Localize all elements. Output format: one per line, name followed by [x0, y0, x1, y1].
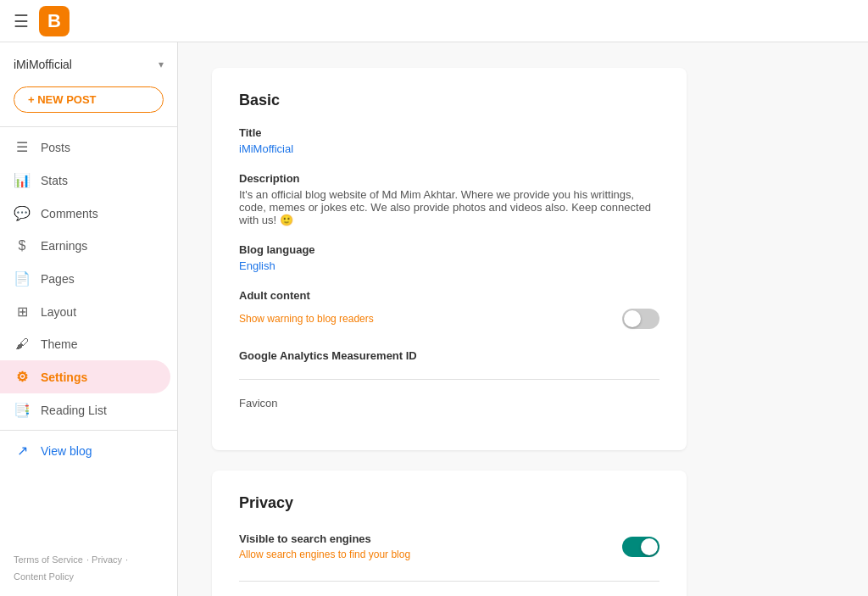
visible-row: Visible to search engines Allow search e… [239, 529, 659, 564]
main-layout: iMiMofficial ▾ + NEW POST ☰ Posts 📊 Stat… [0, 42, 868, 596]
visible-toggle-knob [641, 538, 658, 555]
sidebar-item-theme[interactable]: 🖌 Theme [0, 328, 170, 360]
reading-list-icon: 📑 [14, 402, 31, 418]
comments-icon: 💬 [14, 205, 31, 221]
privacy-section-title: Privacy [239, 494, 659, 512]
nav-divider [0, 126, 177, 127]
basic-section-card: Basic Title iMiMofficial Description It'… [212, 68, 687, 450]
analytics-field: Google Analytics Measurement ID [239, 349, 659, 362]
content-policy-link[interactable]: Content Policy [14, 571, 74, 582]
sidebar-item-pages[interactable]: 📄 Pages [0, 262, 170, 295]
stats-icon: 📊 [14, 172, 31, 188]
title-value[interactable]: iMiMofficial [239, 142, 659, 155]
sidebar-label-earnings: Earnings [41, 239, 87, 253]
adult-content-label: Adult content [239, 289, 659, 302]
sidebar-label-pages: Pages [41, 272, 75, 286]
visible-labels: Visible to search engines Allow search e… [239, 532, 410, 560]
sidebar-item-posts[interactable]: ☰ Posts [0, 131, 170, 164]
visible-label: Visible to search engines [239, 532, 410, 545]
blogger-logo: B [39, 6, 70, 36]
theme-icon: 🖌 [14, 337, 31, 352]
sidebar-footer: Terms of Service· Privacy· Content Polic… [0, 542, 177, 596]
posts-icon: ☰ [14, 139, 31, 155]
sidebar-item-comments[interactable]: 💬 Comments [0, 197, 170, 230]
visible-field: Visible to search engines Allow search e… [239, 529, 659, 564]
blog-language-label: Blog language [239, 243, 659, 256]
blog-language-value[interactable]: English [239, 259, 659, 272]
content-area: Basic Title iMiMofficial Description It'… [178, 42, 868, 596]
favicon-label[interactable]: Favicon [239, 397, 659, 409]
chevron-down-icon: ▾ [159, 58, 164, 70]
adult-content-field: Adult content Show warning to blog reade… [239, 289, 659, 332]
favicon-field: Favicon [239, 397, 659, 409]
adult-content-row: Show warning to blog readers [239, 305, 659, 332]
sidebar-label-comments: Comments [41, 207, 98, 220]
sidebar-label-theme: Theme [41, 337, 78, 351]
nav-divider-2 [0, 430, 177, 431]
sidebar-label-stats: Stats [41, 174, 68, 187]
blog-name: iMiMofficial [14, 58, 72, 71]
layout-icon: ⊞ [14, 304, 31, 320]
adult-content-toggle-knob [624, 310, 641, 327]
description-field: Description It's an official blog websit… [239, 172, 659, 226]
blog-language-field: Blog language English [239, 243, 659, 272]
settings-icon: ⚙ [14, 369, 31, 385]
analytics-label: Google Analytics Measurement ID [239, 349, 659, 362]
earnings-icon: $ [14, 238, 31, 253]
description-value[interactable]: It's an official blog website of Md Mim … [239, 188, 659, 226]
visible-toggle[interactable] [622, 537, 659, 557]
visible-sublabel: Allow search engines to find your blog [239, 549, 410, 560]
blog-selector[interactable]: iMiMofficial ▾ [0, 49, 177, 80]
sidebar-label-reading-list: Reading List [41, 404, 107, 417]
pages-icon: 📄 [14, 270, 31, 287]
sidebar-item-stats[interactable]: 📊 Stats [0, 164, 170, 197]
sidebar-item-reading-list[interactable]: 📑 Reading List [0, 393, 170, 426]
hamburger-icon[interactable]: ☰ [14, 11, 29, 31]
top-bar: ☰ B [0, 0, 868, 42]
title-field: Title iMiMofficial [239, 126, 659, 155]
sidebar-label-settings: Settings [41, 370, 87, 384]
sidebar-item-layout[interactable]: ⊞ Layout [0, 295, 170, 328]
adult-content-toggle[interactable] [622, 309, 659, 329]
privacy-section-card: Privacy Visible to search engines Allow … [212, 471, 687, 596]
basic-section-title: Basic [239, 92, 659, 109]
divider-1 [239, 379, 659, 380]
adult-content-sublabel: Show warning to blog readers [239, 313, 374, 325]
title-label: Title [239, 126, 659, 139]
new-post-button[interactable]: + NEW POST [14, 86, 164, 113]
sidebar-item-view-blog[interactable]: ↗ View blog [0, 434, 170, 467]
divider-2 [239, 581, 659, 582]
sidebar-label-view-blog: View blog [41, 444, 92, 458]
sidebar-item-earnings[interactable]: $ Earnings [0, 230, 170, 262]
sidebar: iMiMofficial ▾ + NEW POST ☰ Posts 📊 Stat… [0, 42, 178, 596]
view-blog-icon: ↗ [14, 443, 31, 459]
sidebar-item-settings[interactable]: ⚙ Settings [0, 360, 170, 393]
terms-link[interactable]: Terms of Service [14, 554, 83, 565]
sidebar-label-posts: Posts [41, 141, 70, 154]
privacy-link[interactable]: Privacy [92, 554, 122, 565]
sidebar-label-layout: Layout [41, 305, 76, 319]
description-label: Description [239, 172, 659, 185]
